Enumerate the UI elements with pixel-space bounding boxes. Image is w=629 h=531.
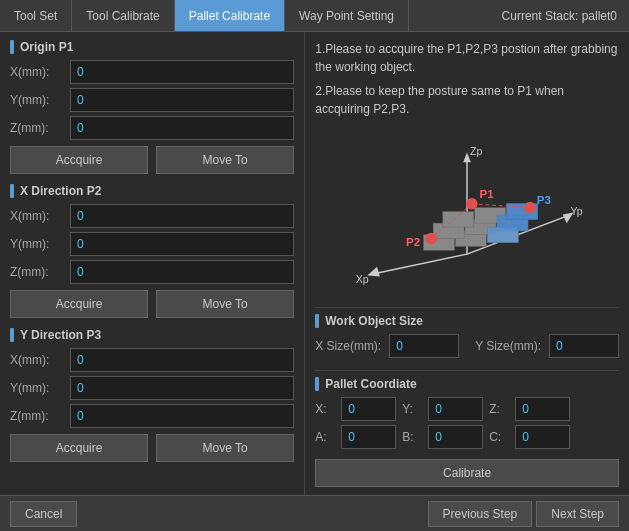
tab-tool-calibrate[interactable]: Tool Calibrate xyxy=(72,0,174,31)
instructions: 1.Please to accquire the P1,P2,P3 postio… xyxy=(315,40,619,118)
ydir-acquire-button[interactable]: Accquire xyxy=(10,434,148,462)
left-panel: Origin P1 X(mm): Y(mm): Z(mm): Accquire … xyxy=(0,32,305,495)
xdir-y-row: Y(mm): xyxy=(10,232,294,256)
svg-text:P2: P2 xyxy=(406,235,420,248)
y-size-input[interactable] xyxy=(549,334,619,358)
calibrate-button[interactable]: Calibrate xyxy=(315,459,619,487)
current-stack-label: Current Stack: pallet0 xyxy=(502,9,629,23)
section-x-direction-p2: X Direction P2 X(mm): Y(mm): Z(mm): Accq… xyxy=(10,184,294,318)
instruction-line2: 2.Please to keep the posture same to P1 … xyxy=(315,82,619,118)
xdir-acquire-button[interactable]: Accquire xyxy=(10,290,148,318)
section-origin-p1: Origin P1 X(mm): Y(mm): Z(mm): Accquire … xyxy=(10,40,294,174)
svg-text:P1: P1 xyxy=(480,187,495,200)
ydir-y-label: Y(mm): xyxy=(10,381,70,395)
ydir-z-input[interactable] xyxy=(70,404,294,428)
ydir-z-label: Z(mm): xyxy=(10,409,70,423)
diagram-container: Zp Yp Xp xyxy=(315,126,619,299)
origin-x-input[interactable] xyxy=(70,60,294,84)
svg-marker-7 xyxy=(367,266,380,276)
previous-step-button[interactable]: Previous Step xyxy=(428,501,533,527)
xdir-x-row: X(mm): xyxy=(10,204,294,228)
footer-left: Cancel xyxy=(10,501,77,527)
instruction-line1: 1.Please to accquire the P1,P2,P3 postio… xyxy=(315,40,619,76)
origin-x-row: X(mm): xyxy=(10,60,294,84)
footer: Cancel Previous Step Next Step xyxy=(0,495,629,531)
pallet-coordinate-section: Pallet Coordiate X: Y: Z: A: B: C: Calib… xyxy=(315,370,619,487)
xdir-z-input[interactable] xyxy=(70,260,294,284)
origin-z-input[interactable] xyxy=(70,116,294,140)
x-size-input[interactable] xyxy=(389,334,459,358)
pallet-c-input[interactable] xyxy=(515,425,570,449)
right-panel: 1.Please to accquire the P1,P2,P3 postio… xyxy=(305,32,629,495)
origin-y-row: Y(mm): xyxy=(10,88,294,112)
pallet-z-input[interactable] xyxy=(515,397,570,421)
origin-z-row: Z(mm): xyxy=(10,116,294,140)
pallet-a-input[interactable] xyxy=(341,425,396,449)
ydir-y-row: Y(mm): xyxy=(10,376,294,400)
origin-p1-title: Origin P1 xyxy=(10,40,294,54)
xdir-btn-row: Accquire Move To xyxy=(10,290,294,318)
x-size-label: X Size(mm): xyxy=(315,339,381,353)
xdir-move-to-button[interactable]: Move To xyxy=(156,290,294,318)
pallet-x-input[interactable] xyxy=(341,397,396,421)
xdir-z-label: Z(mm): xyxy=(10,265,70,279)
svg-point-25 xyxy=(524,201,536,213)
work-object-size-title: Work Object Size xyxy=(315,314,619,328)
origin-z-label: Z(mm): xyxy=(10,121,70,135)
pallet-abc-row: A: B: C: xyxy=(315,425,619,449)
y-direction-title: Y Direction P3 xyxy=(10,328,294,342)
svg-rect-15 xyxy=(443,211,474,226)
svg-text:P3: P3 xyxy=(537,192,552,205)
svg-text:Zp: Zp xyxy=(470,145,482,157)
main-content: Origin P1 X(mm): Y(mm): Z(mm): Accquire … xyxy=(0,32,629,495)
svg-text:Yp: Yp xyxy=(571,205,583,217)
ydir-y-input[interactable] xyxy=(70,376,294,400)
ydir-x-row: X(mm): xyxy=(10,348,294,372)
work-size-row: X Size(mm): Y Size(mm): xyxy=(315,334,619,358)
next-step-button[interactable]: Next Step xyxy=(536,501,619,527)
xdir-y-label: Y(mm): xyxy=(10,237,70,251)
pallet-diagram: Zp Yp Xp xyxy=(342,138,592,288)
origin-y-label: Y(mm): xyxy=(10,93,70,107)
pallet-coordinate-title: Pallet Coordiate xyxy=(315,377,619,391)
tab-way-point-setting[interactable]: Way Point Setting xyxy=(285,0,409,31)
ydir-move-to-button[interactable]: Move To xyxy=(156,434,294,462)
xdir-x-label: X(mm): xyxy=(10,209,70,223)
svg-line-6 xyxy=(375,254,467,273)
pallet-c-label: C: xyxy=(489,430,509,444)
xdir-z-row: Z(mm): xyxy=(10,260,294,284)
pallet-z-label: Z: xyxy=(489,402,509,416)
ydir-x-label: X(mm): xyxy=(10,353,70,367)
pallet-y-label: Y: xyxy=(402,402,422,416)
tab-tool-set[interactable]: Tool Set xyxy=(0,0,72,31)
section-y-direction-p3: Y Direction P3 X(mm): Y(mm): Z(mm): Accq… xyxy=(10,328,294,462)
pallet-x-label: X: xyxy=(315,402,335,416)
xdir-y-input[interactable] xyxy=(70,232,294,256)
pallet-xyz-row: X: Y: Z: xyxy=(315,397,619,421)
y-size-label: Y Size(mm): xyxy=(475,339,541,353)
ydir-x-input[interactable] xyxy=(70,348,294,372)
origin-move-to-button[interactable]: Move To xyxy=(156,146,294,174)
origin-btn-row: Accquire Move To xyxy=(10,146,294,174)
footer-right: Previous Step Next Step xyxy=(428,501,619,527)
origin-y-input[interactable] xyxy=(70,88,294,112)
ydir-btn-row: Accquire Move To xyxy=(10,434,294,462)
origin-x-label: X(mm): xyxy=(10,65,70,79)
work-object-size-section: Work Object Size X Size(mm): Y Size(mm): xyxy=(315,307,619,362)
pallet-b-label: B: xyxy=(402,430,422,444)
xdir-x-input[interactable] xyxy=(70,204,294,228)
cancel-button[interactable]: Cancel xyxy=(10,501,77,527)
tab-bar: Tool Set Tool Calibrate Pallet Calibrate… xyxy=(0,0,629,32)
tab-pallet-calibrate[interactable]: Pallet Calibrate xyxy=(175,0,285,31)
svg-rect-20 xyxy=(487,227,518,242)
x-direction-title: X Direction P2 xyxy=(10,184,294,198)
pallet-b-input[interactable] xyxy=(428,425,483,449)
pallet-a-label: A: xyxy=(315,430,335,444)
svg-text:Xp: Xp xyxy=(356,273,369,285)
pallet-y-input[interactable] xyxy=(428,397,483,421)
ydir-z-row: Z(mm): xyxy=(10,404,294,428)
origin-acquire-button[interactable]: Accquire xyxy=(10,146,148,174)
